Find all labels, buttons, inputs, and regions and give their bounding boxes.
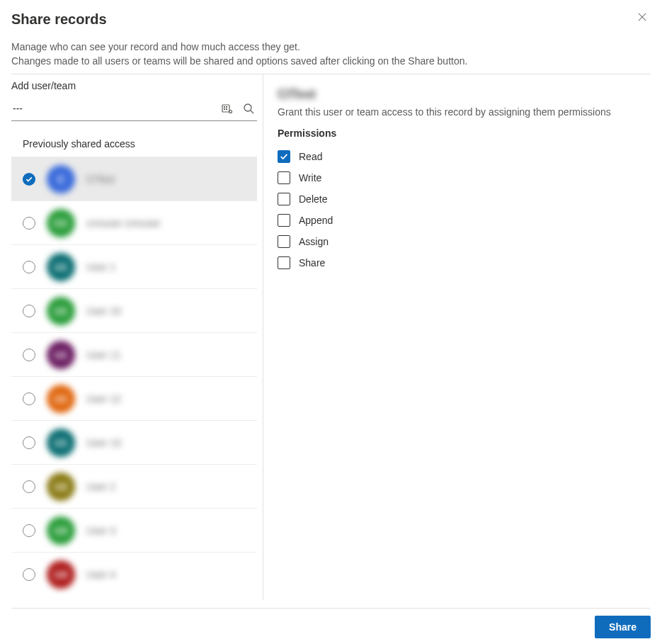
permission-label: Assign [299, 236, 329, 247]
svg-rect-1 [224, 106, 225, 108]
close-button[interactable] [635, 10, 649, 24]
permission-row[interactable]: Write [278, 167, 642, 188]
user-name-label: crmuser crmuser [86, 218, 161, 229]
permission-checkbox[interactable] [278, 150, 290, 163]
user-select-radio[interactable] [23, 261, 35, 273]
dialog-body: Add user/team [11, 74, 651, 600]
user-select-radio[interactable] [23, 436, 35, 449]
search-button[interactable] [241, 101, 256, 115]
dialog-title: Share records [11, 11, 651, 28]
avatar: U4 [47, 560, 75, 589]
user-select-radio[interactable] [23, 349, 35, 361]
list-section-header: Previously shared access [11, 134, 257, 157]
svg-rect-2 [226, 106, 227, 108]
user-row[interactable]: U4User 4 [11, 552, 257, 596]
user-name-label: User 10 [86, 305, 121, 317]
permission-row[interactable]: Append [278, 210, 642, 231]
check-icon [279, 152, 289, 162]
user-row[interactable]: U1User 12 [11, 376, 257, 420]
avatar: C [47, 165, 75, 193]
user-list[interactable]: Previously shared access CCITestCCcrmuse… [11, 134, 263, 600]
close-icon [637, 12, 647, 22]
directory-icon [222, 103, 233, 114]
user-name-label: User 2 [86, 481, 115, 492]
user-row[interactable]: U3User 3 [11, 508, 257, 552]
avatar: U1 [47, 253, 75, 281]
dialog-description: Manage who can see your record and how m… [11, 40, 651, 68]
user-select-radio[interactable] [23, 480, 35, 493]
user-row[interactable]: U1User 13 [11, 420, 257, 464]
permission-checkbox[interactable] [278, 214, 290, 227]
dialog-footer: Share [11, 608, 651, 638]
selected-user-name: CITest [278, 87, 642, 102]
user-name-label: User 13 [86, 437, 121, 448]
permission-checkbox[interactable] [278, 256, 290, 269]
avatar: U1 [47, 341, 75, 369]
avatar: CC [47, 209, 75, 237]
add-user-team-label: Add user/team [11, 74, 263, 96]
avatar: U2 [47, 473, 75, 501]
avatar: U1 [47, 429, 75, 457]
permission-label: Delete [299, 193, 327, 205]
right-pane: CITest Grant this user or team access to… [263, 74, 651, 600]
dialog-description-line1: Manage who can see your record and how m… [11, 41, 300, 52]
share-button[interactable]: Share [595, 616, 651, 638]
user-name-label: User 11 [86, 349, 121, 361]
user-row[interactable]: CCcrmuser crmuser [11, 200, 257, 244]
permission-label: Write [299, 172, 321, 183]
user-select-radio[interactable] [23, 392, 35, 405]
permission-label: Append [299, 215, 333, 226]
user-row[interactable]: CCITest [11, 157, 257, 200]
dialog-description-line2: Changes made to all users or teams will … [11, 55, 467, 67]
user-name-label: User 4 [86, 569, 115, 580]
permission-row[interactable]: Assign [278, 231, 642, 252]
search-icons [220, 101, 257, 115]
permission-row[interactable]: Share [278, 252, 642, 273]
left-pane: Add user/team [11, 74, 263, 600]
permissions-heading: Permissions [278, 128, 642, 139]
permission-checkbox[interactable] [278, 235, 290, 248]
user-select-radio[interactable] [23, 305, 35, 317]
svg-line-7 [251, 111, 253, 113]
share-records-dialog: Share records Manage who can see your re… [0, 0, 662, 644]
permission-label: Share [299, 257, 325, 269]
user-select-radio[interactable] [23, 524, 35, 537]
permission-label: Read [299, 151, 322, 162]
user-select-radio[interactable] [23, 173, 35, 186]
permission-row[interactable]: Read [278, 146, 642, 167]
check-icon [25, 175, 33, 183]
grant-access-description: Grant this user or team access to this r… [278, 106, 642, 118]
user-row[interactable]: U2User 2 [11, 464, 257, 508]
user-row[interactable]: U1User 1 [11, 244, 257, 288]
avatar: U1 [47, 297, 75, 325]
permissions-list: ReadWriteDeleteAppendAssignShare [278, 146, 642, 273]
user-name-label: User 3 [86, 525, 115, 536]
avatar: U3 [47, 516, 75, 545]
search-icon [243, 103, 254, 114]
user-row[interactable]: U1User 10 [11, 288, 257, 332]
user-name-label: CITest [86, 174, 115, 185]
user-select-radio[interactable] [23, 217, 35, 230]
permission-row[interactable]: Delete [278, 188, 642, 210]
svg-rect-3 [224, 108, 225, 110]
svg-rect-4 [226, 108, 227, 110]
user-name-label: User 1 [86, 261, 115, 273]
directory-lookup-button[interactable] [220, 101, 234, 115]
user-select-radio[interactable] [23, 568, 35, 581]
avatar: U1 [47, 385, 75, 413]
permission-checkbox[interactable] [278, 193, 290, 205]
add-user-team-input[interactable] [11, 100, 220, 117]
search-row [11, 96, 257, 121]
permission-checkbox[interactable] [278, 171, 290, 184]
svg-point-6 [244, 104, 251, 111]
user-name-label: User 12 [86, 393, 121, 405]
user-row[interactable]: U1User 11 [11, 332, 257, 376]
